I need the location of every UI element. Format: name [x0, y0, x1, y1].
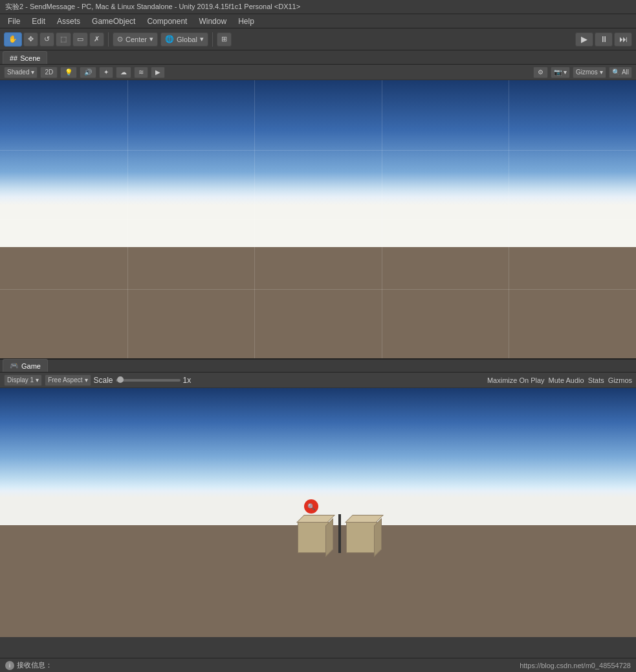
- menu-assets[interactable]: Assets: [52, 16, 85, 27]
- game-tab[interactable]: 🎮 Game: [3, 359, 48, 372]
- menu-help[interactable]: Help: [233, 16, 259, 27]
- shading-label: Shaded: [7, 69, 29, 76]
- menu-edit[interactable]: Edit: [27, 16, 50, 27]
- title-bar: 实验2 - SendMessage - PC, Mac & Linux Stan…: [0, 0, 636, 14]
- game-tab-label: Game: [21, 362, 41, 370]
- status-icon: i: [5, 661, 14, 670]
- camera-icon: 📷: [554, 69, 562, 76]
- scale-slider[interactable]: [116, 379, 181, 382]
- gizmos-right: ⚙ 📷 ▾ Gizmos ▾ 🔍 All: [533, 67, 632, 78]
- game-tab-icon: 🎮: [10, 362, 19, 370]
- pause-button[interactable]: ⏸: [595, 32, 613, 47]
- scene-sky: [0, 80, 636, 247]
- status-url: https://blog.csdn.net/m0_48554728: [520, 662, 631, 669]
- cube2: [346, 517, 382, 553]
- scale-label: Scale: [94, 376, 113, 385]
- layers-label: All: [622, 69, 629, 76]
- aspect-chevron: ▾: [85, 376, 88, 384]
- receive-label: 接收信息：: [17, 660, 52, 670]
- layers-icon: 🔍: [612, 69, 620, 76]
- game-right-controls: Maximize On Play Mute Audio Stats Gizmos: [487, 376, 632, 384]
- transform-tool-btn[interactable]: ✗: [89, 32, 104, 47]
- menu-file[interactable]: File: [3, 16, 25, 27]
- cube1-side-face: [325, 518, 333, 557]
- center-chevron: ▾: [149, 35, 153, 43]
- center-label: Center: [126, 36, 147, 43]
- play-controls: ▶ ⏸ ⏭: [575, 32, 632, 47]
- toolbar-sep-2: [212, 32, 213, 47]
- camera-chevron: ▾: [564, 69, 567, 76]
- aspect-label: Free Aspect: [48, 376, 82, 384]
- scene-toolbar: Shaded ▾ 2D 💡 🔊 ✦ ☁ ≋ ▶ ⚙ 📷 ▾ Gizmos ▾ 🔍…: [0, 65, 636, 80]
- light-toggle[interactable]: 💡: [60, 67, 77, 78]
- display-label: Display 1: [7, 376, 34, 384]
- scene-tab-icon: ##: [10, 54, 17, 62]
- scale-tool-btn[interactable]: ⬚: [56, 32, 71, 47]
- 2d-toggle[interactable]: 2D: [40, 67, 58, 78]
- global-label: Global: [177, 36, 197, 43]
- grid-snap-btn[interactable]: ⊞: [217, 32, 232, 47]
- tool-group: ✋ ✥ ↺ ⬚ ▭ ✗: [4, 32, 104, 47]
- menu-window[interactable]: Window: [193, 16, 232, 27]
- cube1-front-face: [298, 522, 329, 553]
- fog-toggle[interactable]: ≋: [134, 67, 148, 78]
- stats-btn[interactable]: Stats: [588, 376, 604, 384]
- maximize-on-play-btn[interactable]: Maximize On Play: [487, 376, 545, 384]
- scale-container: Scale 1x: [94, 376, 192, 385]
- scene-viewport: [0, 80, 636, 358]
- gear-icon[interactable]: ⚙: [533, 67, 548, 78]
- shading-dropdown[interactable]: Shaded ▾: [4, 67, 38, 78]
- camera-dropdown[interactable]: 📷 ▾: [551, 67, 570, 78]
- global-dropdown[interactable]: 🌐 Global ▾: [160, 32, 208, 47]
- center-dropdown[interactable]: ⊙ Center ▾: [113, 32, 158, 47]
- menu-gameobject[interactable]: GameObject: [87, 16, 140, 27]
- display-dropdown[interactable]: Display 1 ▾: [4, 374, 42, 386]
- play-button[interactable]: ▶: [575, 32, 593, 47]
- cube1-icon: 🔍: [304, 499, 318, 514]
- rect-tool-btn[interactable]: ▭: [72, 32, 88, 47]
- anim-toggle[interactable]: ▶: [151, 67, 165, 78]
- menu-component[interactable]: Component: [142, 16, 192, 27]
- toolbar: ✋ ✥ ↺ ⬚ ▭ ✗ ⊙ Center ▾ 🌐 Global ▾ ⊞ ▶ ⏸ …: [0, 28, 636, 50]
- step-button[interactable]: ⏭: [614, 32, 632, 47]
- menu-bar: File Edit Assets GameObject Component Wi…: [0, 14, 636, 28]
- global-icon: 🌐: [165, 35, 174, 43]
- layers-dropdown[interactable]: 🔍 All: [609, 67, 632, 78]
- scale-thumb[interactable]: [117, 376, 124, 383]
- game-toolbar: Display 1 ▾ Free Aspect ▾ Scale 1x Maxim…: [0, 373, 636, 388]
- status-bar: i 接收信息： https://blog.csdn.net/m0_4855472…: [0, 658, 636, 672]
- gizmos-game-btn[interactable]: Gizmos: [608, 376, 632, 384]
- center-icon: ⊙: [117, 35, 123, 43]
- scale-value: 1x: [183, 376, 192, 385]
- global-chevron: ▾: [200, 35, 204, 43]
- gizmos-dropdown[interactable]: Gizmos ▾: [573, 67, 606, 78]
- mute-audio-btn[interactable]: Mute Audio: [549, 376, 584, 384]
- move-tool-btn[interactable]: ✥: [23, 32, 38, 47]
- skybox-toggle[interactable]: ☁: [116, 67, 131, 78]
- scene-ground: [0, 247, 636, 358]
- scene-tab[interactable]: ## Scene: [3, 51, 47, 64]
- hand-tool-btn[interactable]: ✋: [4, 32, 22, 47]
- display-chevron: ▾: [36, 376, 39, 384]
- cube1: 🔍: [298, 517, 333, 553]
- game-tab-bar: 🎮 Game: [0, 358, 636, 373]
- fx-toggle[interactable]: ✦: [99, 67, 113, 78]
- divider-bar: [338, 514, 341, 553]
- cube2-front-face: [346, 522, 377, 553]
- scene-tab-bar: ## Scene: [0, 50, 636, 65]
- scene-tab-label: Scene: [20, 54, 40, 62]
- rotate-tool-btn[interactable]: ↺: [39, 32, 54, 47]
- audio-toggle[interactable]: 🔊: [80, 67, 96, 78]
- aspect-dropdown[interactable]: Free Aspect ▾: [45, 374, 91, 386]
- toolbar-sep-1: [108, 32, 109, 47]
- gizmos-label: Gizmos: [576, 69, 598, 76]
- cube-container: 🔍: [298, 514, 382, 553]
- shading-chevron: ▾: [31, 69, 34, 76]
- gizmos-chevron: ▾: [600, 69, 603, 76]
- cube2-side-face: [374, 518, 382, 557]
- title-text: 实验2 - SendMessage - PC, Mac & Linux Stan…: [5, 2, 300, 12]
- game-viewport: 🔍: [0, 388, 636, 637]
